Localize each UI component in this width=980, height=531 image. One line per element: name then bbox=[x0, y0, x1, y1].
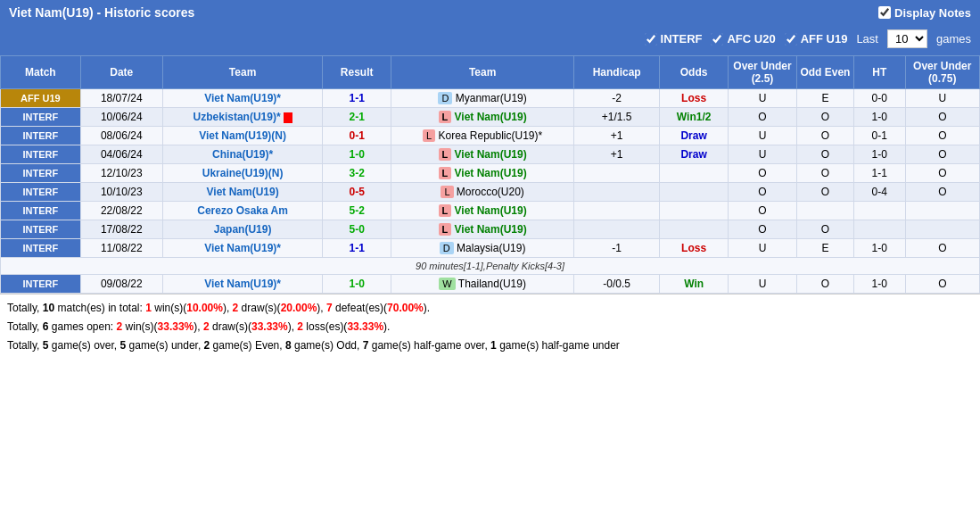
team2-cell: L Viet Nam(U19) bbox=[391, 145, 574, 164]
odds-cell bbox=[660, 220, 729, 239]
handicap-cell bbox=[574, 220, 660, 239]
over-under-cell: U bbox=[729, 127, 797, 145]
games-select[interactable]: 10 20 30 bbox=[887, 29, 927, 48]
result-badge: D bbox=[440, 242, 454, 254]
filter-interf[interactable]: INTERF bbox=[645, 32, 703, 46]
odds-cell: Draw bbox=[660, 127, 729, 145]
over-under-cell: O bbox=[729, 164, 797, 183]
team1-cell: Viet Nam(U19)* bbox=[162, 275, 322, 294]
ht-cell: 1-0 bbox=[853, 275, 905, 294]
ht-cell: 0-1 bbox=[853, 127, 905, 145]
ht-cell: 1-0 bbox=[853, 145, 905, 164]
team1-cell: Viet Nam(U19)(N) bbox=[162, 127, 322, 145]
odd-even-cell: O bbox=[796, 164, 853, 183]
team1-cell: China(U19)* bbox=[162, 145, 322, 164]
games-label: games bbox=[936, 32, 971, 46]
odd-even-cell: O bbox=[796, 183, 853, 202]
over-under2-cell: O bbox=[905, 108, 979, 127]
note-cell: 90 minutes[1-1],Penalty Kicks[4-3] bbox=[1, 258, 980, 275]
col-result: Result bbox=[323, 56, 391, 89]
header: Viet Nam(U19) - Historic scores Display … bbox=[0, 0, 980, 25]
result-badge: L bbox=[439, 111, 452, 123]
filter-afc-u20[interactable]: AFC U20 bbox=[711, 32, 775, 46]
match-type-cell: INTERF bbox=[1, 127, 81, 145]
summary-line3: Totally, 5 game(s) over, 5 game(s) under… bbox=[7, 337, 973, 354]
score-cell: 0-1 bbox=[323, 127, 391, 145]
score-cell: 5-0 bbox=[323, 220, 391, 239]
team2-cell: D Myanmar(U19) bbox=[391, 89, 574, 108]
handicap-cell: +1 bbox=[574, 127, 660, 145]
ht-cell: 1-1 bbox=[853, 164, 905, 183]
col-match: Match bbox=[1, 56, 81, 89]
handicap-cell: -0/0.5 bbox=[574, 275, 660, 294]
ht-cell: 1-0 bbox=[853, 108, 905, 127]
odd-even-cell: E bbox=[796, 89, 853, 108]
scores-table: Match Date Team Result Team Handicap Odd… bbox=[0, 55, 980, 294]
table-row: INTERF12/10/23Ukraine(U19)(N)3-2L Viet N… bbox=[1, 164, 980, 183]
team1-cell: Viet Nam(U19)* bbox=[162, 89, 322, 108]
match-type-cell: INTERF bbox=[1, 239, 81, 258]
match-type-cell: INTERF bbox=[1, 183, 81, 202]
match-type-cell: INTERF bbox=[1, 145, 81, 164]
match-type-cell: AFF U19 bbox=[1, 89, 81, 108]
col-over-under-25: Over Under (2.5) bbox=[729, 56, 797, 89]
table-row: INTERF09/08/22Viet Nam(U19)*1-0W Thailan… bbox=[1, 275, 980, 294]
last-label: Last bbox=[856, 32, 878, 46]
aff-u19-checkbox[interactable] bbox=[785, 33, 797, 46]
score-cell: 3-2 bbox=[323, 164, 391, 183]
interf-checkbox[interactable] bbox=[645, 33, 657, 46]
odd-even-cell: O bbox=[796, 127, 853, 145]
over-under2-cell: O bbox=[905, 145, 979, 164]
col-over-under-075: Over Under (0.75) bbox=[905, 56, 979, 89]
col-team2: Team bbox=[391, 56, 574, 89]
odd-even-cell bbox=[796, 202, 853, 220]
team1-cell: Japan(U19) bbox=[162, 220, 322, 239]
score-cell: 5-2 bbox=[323, 202, 391, 220]
odds-cell: Draw bbox=[660, 145, 729, 164]
over-under-cell: O bbox=[729, 108, 797, 127]
over-under2-cell: O bbox=[905, 164, 979, 183]
col-handicap: Handicap bbox=[574, 56, 660, 89]
note-row: 90 minutes[1-1],Penalty Kicks[4-3] bbox=[1, 258, 980, 275]
summary-line2: Totally, 6 games open: 2 win(s)(33.33%),… bbox=[7, 319, 973, 336]
handicap-cell bbox=[574, 164, 660, 183]
table-row: INTERF11/08/22Viet Nam(U19)*1-1D Malaysi… bbox=[1, 239, 980, 258]
result-badge: W bbox=[439, 278, 455, 290]
ht-cell: 1-0 bbox=[853, 239, 905, 258]
match-type-cell: INTERF bbox=[1, 220, 81, 239]
table-row: AFF U1918/07/24Viet Nam(U19)*1-1D Myanma… bbox=[1, 89, 980, 108]
date-cell: 17/08/22 bbox=[80, 220, 162, 239]
date-cell: 10/10/23 bbox=[80, 183, 162, 202]
team2-cell: L Viet Nam(U19) bbox=[391, 202, 574, 220]
over-under-cell: O bbox=[729, 183, 797, 202]
red-card-icon bbox=[284, 112, 292, 123]
odd-even-cell: E bbox=[796, 239, 853, 258]
col-date: Date bbox=[80, 56, 162, 89]
col-odd-even: Odd Even bbox=[796, 56, 853, 89]
team2-cell: L Viet Nam(U19) bbox=[391, 108, 574, 127]
score-cell: 1-1 bbox=[323, 89, 391, 108]
display-notes-label[interactable]: Display Notes bbox=[878, 6, 971, 20]
team2-cell: D Malaysia(U19) bbox=[391, 239, 574, 258]
afc-u20-checkbox[interactable] bbox=[711, 33, 723, 46]
page-title: Viet Nam(U19) - Historic scores bbox=[9, 5, 194, 20]
table-row: INTERF08/06/24Viet Nam(U19)(N)0-1L Korea… bbox=[1, 127, 980, 145]
date-cell: 09/08/22 bbox=[80, 275, 162, 294]
over-under2-cell: O bbox=[905, 127, 979, 145]
odds-cell: Loss bbox=[660, 89, 729, 108]
display-notes-checkbox[interactable] bbox=[878, 6, 891, 19]
handicap-cell: +1/1.5 bbox=[574, 108, 660, 127]
date-cell: 18/07/24 bbox=[80, 89, 162, 108]
team2-cell: L Korea Republic(U19)* bbox=[391, 127, 574, 145]
handicap-cell: -2 bbox=[574, 89, 660, 108]
result-badge: L bbox=[441, 186, 453, 198]
handicap-cell: -1 bbox=[574, 239, 660, 258]
filter-aff-u19[interactable]: AFF U19 bbox=[785, 32, 848, 46]
table-row: INTERF22/08/22Cerezo Osaka Am5-2L Viet N… bbox=[1, 202, 980, 220]
team1-cell: Viet Nam(U19) bbox=[162, 183, 322, 202]
result-badge: L bbox=[439, 148, 452, 161]
over-under-cell: O bbox=[729, 202, 797, 220]
over-under2-cell: O bbox=[905, 183, 979, 202]
result-badge: L bbox=[439, 204, 452, 217]
header-right: Display Notes bbox=[878, 6, 971, 20]
